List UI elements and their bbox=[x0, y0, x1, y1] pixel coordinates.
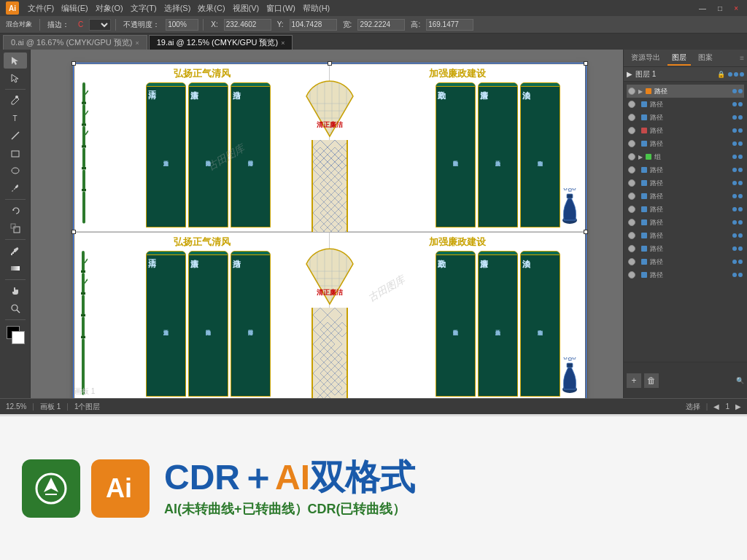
close-button[interactable]: × bbox=[731, 4, 741, 12]
layer-eye-2[interactable] bbox=[628, 114, 635, 121]
toolbar-select-mode[interactable]: 混合对象 bbox=[3, 19, 35, 30]
section-lower-right: 加强廉政建设 勤政 勤政务实开拓进取 bbox=[330, 233, 585, 398]
layer-lock-icon[interactable]: 🔒 bbox=[717, 71, 725, 78]
layer-eye-5[interactable] bbox=[628, 153, 635, 160]
layer-eye-12[interactable] bbox=[628, 245, 635, 252]
section-upper-right: 加强廉政建设 勤政 勤政务实开拓进取 bbox=[330, 64, 585, 231]
add-layer-button[interactable]: + bbox=[627, 373, 641, 388]
layer-item-12[interactable]: 路径 bbox=[627, 242, 744, 255]
tool-scale[interactable] bbox=[4, 220, 27, 236]
layer-item-14[interactable]: 路径 bbox=[627, 268, 744, 281]
tab-0[interactable]: 0.ai @ 16.67% (CMYK/GPU 预览) × bbox=[3, 35, 147, 50]
layer-item-6[interactable]: 路径 bbox=[627, 163, 744, 176]
toolbar-w-input[interactable] bbox=[357, 19, 405, 31]
layer-item-2[interactable]: 路径 bbox=[627, 111, 744, 124]
tab-resources[interactable]: 资源导出 bbox=[627, 51, 665, 66]
menu-effect[interactable]: 效果(C) bbox=[198, 3, 225, 14]
layer-item-1[interactable]: 路径 bbox=[627, 98, 744, 111]
layer-item-13[interactable]: 路径 bbox=[627, 255, 744, 268]
toolbar-x-input[interactable] bbox=[224, 19, 271, 31]
toolbar-h-input[interactable] bbox=[426, 19, 473, 31]
panel-jieshen-body: 洁身自好恪尽职守 bbox=[231, 87, 270, 227]
toolbar-opacity-input[interactable] bbox=[166, 19, 198, 31]
delete-layer-button[interactable]: 🗑 bbox=[644, 373, 659, 388]
tool-type[interactable]: T bbox=[4, 110, 27, 126]
layer-eye-6[interactable] bbox=[628, 166, 635, 174]
tool-eyedropper[interactable] bbox=[4, 243, 27, 259]
layer-item-11[interactable]: 路径 bbox=[627, 229, 744, 242]
tool-hand[interactable] bbox=[4, 283, 27, 299]
tab-19[interactable]: 19.ai @ 12.5% (CMYK/GPU 预览) × bbox=[149, 35, 293, 50]
svg-text:✿: ✿ bbox=[563, 188, 568, 191]
fill-stroke-display[interactable] bbox=[5, 324, 26, 345]
tab-0-close[interactable]: × bbox=[135, 39, 139, 47]
layer-item-4[interactable]: 路径 bbox=[627, 137, 744, 150]
layer-item-8[interactable]: 路径 bbox=[627, 190, 744, 203]
lower-right-panels: 勤政 勤政务实开拓进取 清廉 bbox=[333, 251, 582, 397]
layer-color-10 bbox=[641, 219, 647, 225]
layer-name-2: 路径 bbox=[650, 113, 663, 122]
tool-sep3 bbox=[5, 239, 26, 240]
layer-item-0[interactable]: ▶ 路径 bbox=[627, 85, 744, 98]
layer-eye-1[interactable] bbox=[628, 101, 635, 108]
svg-rect-15 bbox=[82, 148, 85, 168]
layer-eye-8[interactable] bbox=[628, 192, 635, 200]
menu-select[interactable]: 选择(S) bbox=[164, 3, 191, 14]
layer-name-6: 路径 bbox=[650, 166, 663, 175]
menu-file[interactable]: 文件(F) bbox=[28, 3, 54, 14]
layers-count: 1个图层 bbox=[74, 402, 101, 412]
tool-ellipse[interactable] bbox=[4, 163, 27, 179]
svg-rect-65 bbox=[567, 363, 573, 368]
menu-window[interactable]: 窗口(W) bbox=[266, 3, 295, 14]
toolbar-stroke-label: 描边： bbox=[44, 19, 72, 31]
layer-eye-7[interactable] bbox=[628, 179, 635, 187]
tool-sep4 bbox=[5, 279, 26, 280]
minimize-button[interactable]: — bbox=[696, 4, 709, 12]
menu-object[interactable]: 对象(O) bbox=[96, 3, 123, 14]
layer-item-3[interactable]: 路径 bbox=[627, 124, 744, 137]
layer-eye-4[interactable] bbox=[628, 140, 635, 147]
layer-dots-4 bbox=[732, 141, 743, 146]
tool-gradient[interactable] bbox=[4, 260, 27, 276]
layer-eye-13[interactable] bbox=[628, 258, 635, 265]
maximize-button[interactable]: □ bbox=[715, 4, 725, 12]
canvas-area[interactable]: 弘扬正气清风 bbox=[31, 50, 623, 398]
layer-eye-11[interactable] bbox=[628, 232, 635, 239]
panel-jieshen: 洁身 洁身自好恪尽职守 bbox=[231, 82, 271, 228]
toolbar-y-input[interactable] bbox=[290, 19, 337, 31]
tool-rotate[interactable] bbox=[4, 203, 27, 219]
tool-line[interactable] bbox=[4, 128, 27, 144]
status-nav-prev[interactable]: ◀ bbox=[713, 402, 719, 411]
layer-item-9[interactable]: 路径 bbox=[627, 203, 744, 216]
toolbar-stroke-select[interactable] bbox=[89, 19, 111, 31]
tool-rect[interactable] bbox=[4, 145, 27, 161]
panel-options-button[interactable]: ≡ bbox=[740, 54, 744, 62]
tool-zoom[interactable] bbox=[4, 300, 27, 316]
tab-patterns[interactable]: 图案 bbox=[694, 51, 717, 66]
layer-eye-3[interactable] bbox=[628, 127, 635, 134]
layer-item-7[interactable]: 路径 bbox=[627, 176, 744, 190]
layer-eye-14[interactable] bbox=[628, 271, 635, 279]
menu-view[interactable]: 视图(V) bbox=[233, 3, 260, 14]
layer-eye-10[interactable] bbox=[628, 219, 635, 226]
tool-select[interactable] bbox=[4, 52, 27, 69]
layer-item-10[interactable]: 路径 bbox=[627, 216, 744, 229]
tab-19-label: 19.ai @ 12.5% (CMYK/GPU 预览) bbox=[157, 37, 278, 48]
tab-layers[interactable]: 图层 bbox=[667, 51, 691, 66]
tab-19-close[interactable]: × bbox=[281, 39, 285, 47]
toolbar-stroke-icon: C bbox=[75, 20, 86, 29]
promo-text-area: CDR＋AI双格式 AI(未转曲线+已转曲线）CDR(已转曲线） bbox=[164, 459, 725, 518]
menu-edit[interactable]: 编辑(E) bbox=[61, 3, 88, 14]
layer-item-5[interactable]: ▶ 组 bbox=[627, 150, 744, 163]
lower-left-title: 弘扬正气清风 bbox=[77, 236, 326, 249]
tool-direct-select[interactable] bbox=[4, 70, 27, 86]
tool-pen[interactable] bbox=[4, 93, 27, 109]
panel-lianjie-body: 廉洁自律勤政为民 bbox=[189, 87, 228, 227]
layer-expand-icon[interactable]: ▶ bbox=[627, 70, 632, 78]
tool-brush[interactable] bbox=[4, 180, 27, 196]
layer-eye-0[interactable] bbox=[628, 88, 635, 95]
menu-type[interactable]: 文字(T) bbox=[131, 3, 157, 14]
status-nav-next[interactable]: ▶ bbox=[735, 402, 741, 411]
layer-eye-9[interactable] bbox=[628, 206, 635, 213]
menu-help[interactable]: 帮助(H) bbox=[303, 3, 330, 14]
